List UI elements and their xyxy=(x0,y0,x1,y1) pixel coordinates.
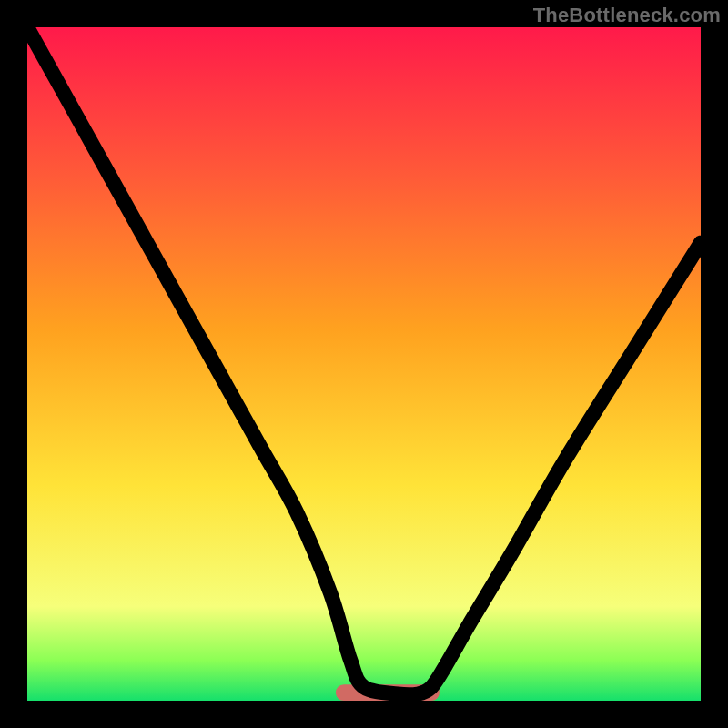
bottleneck-curve xyxy=(27,27,701,695)
chart-frame: TheBottleneck.com xyxy=(0,0,728,728)
plot-area xyxy=(27,27,701,701)
watermark-text: TheBottleneck.com xyxy=(533,4,721,27)
curve-layer xyxy=(27,27,701,701)
